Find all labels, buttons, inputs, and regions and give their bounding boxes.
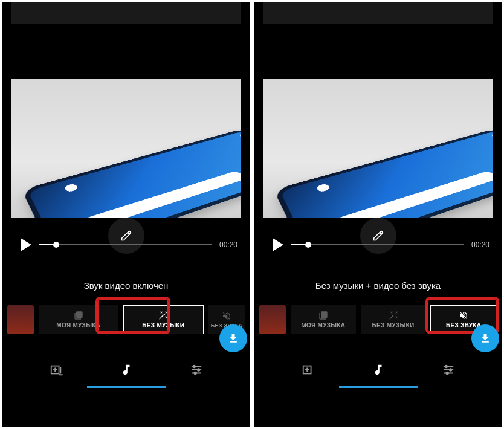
download-icon (227, 332, 239, 344)
nav-music[interactable] (118, 362, 134, 378)
wand-icon (389, 311, 398, 320)
download-button[interactable] (471, 324, 499, 352)
sliders-icon (442, 363, 455, 376)
music-note-icon (120, 363, 133, 376)
video-preview[interactable] (11, 79, 241, 218)
progress-bar[interactable] (39, 244, 212, 245)
svg-point-6 (449, 369, 451, 371)
svg-point-3 (194, 372, 196, 375)
phone-render (274, 128, 493, 218)
library-icon (74, 311, 83, 320)
nav-music[interactable] (370, 362, 386, 378)
top-bar (263, 2, 493, 24)
video-preview[interactable] (263, 79, 493, 218)
audio-options: МОЯ МУЗЫКА БЕЗ МУЗЫКИ БЕЗ ЗВУКА (259, 300, 497, 339)
svg-point-1 (193, 366, 195, 368)
top-bar (11, 2, 241, 24)
duration-label: 00:20 (471, 240, 489, 249)
screen-right: 00:20 Без музыки + видео без звука МОЯ М… (254, 2, 502, 427)
svg-point-7 (446, 372, 448, 375)
nav-indicator (339, 386, 418, 388)
svg-point-5 (445, 366, 447, 368)
play-button[interactable] (21, 238, 31, 251)
playback-controls: 00:20 (15, 230, 237, 260)
audio-options: МОЯ МУЗЫКА БЕЗ МУЗЫКИ БЕЗ ЗВУКА (7, 300, 245, 339)
audio-status-caption: Без музыки + видео без звука (254, 280, 502, 291)
music-note-icon (372, 363, 385, 376)
nav-adjust[interactable] (189, 362, 204, 378)
progress-bar[interactable] (291, 244, 464, 245)
svg-point-2 (197, 369, 199, 371)
edit-button[interactable] (360, 218, 396, 254)
screen-left: 00:20 Звук видео включен МОЯ МУЗЫКА БЕЗ … (2, 2, 250, 427)
edit-icon (120, 230, 132, 242)
edit-button[interactable] (108, 218, 144, 254)
bottom-nav (2, 362, 250, 382)
add-clip-icon (302, 363, 315, 376)
play-button[interactable] (273, 238, 283, 251)
phone-render (22, 128, 241, 218)
nav-add-clip[interactable] (48, 362, 64, 378)
music-thumbnail[interactable] (7, 305, 34, 334)
library-icon (318, 311, 328, 320)
download-icon (479, 332, 491, 344)
nav-add-clip[interactable] (300, 362, 316, 378)
audio-status-caption: Звук видео включен (2, 280, 250, 291)
bottom-nav (254, 362, 502, 382)
option-no-music[interactable]: БЕЗ МУЗЫКИ (123, 305, 204, 334)
nav-indicator (87, 386, 166, 388)
option-no-music[interactable]: БЕЗ МУЗЫКИ (361, 305, 426, 334)
option-my-music[interactable]: МОЯ МУЗЫКА (291, 305, 356, 334)
playback-controls: 00:20 (267, 230, 489, 260)
mute-icon (222, 311, 231, 321)
add-clip-icon (50, 363, 63, 376)
option-my-music[interactable]: МОЯ МУЗЫКА (39, 305, 118, 334)
duration-label: 00:20 (219, 240, 237, 249)
nav-adjust[interactable] (441, 362, 456, 378)
mute-icon (459, 311, 468, 320)
music-thumbnail[interactable] (259, 305, 286, 334)
edit-icon (372, 230, 384, 242)
download-button[interactable] (219, 324, 247, 352)
sliders-icon (190, 363, 203, 376)
wand-icon (158, 311, 168, 320)
